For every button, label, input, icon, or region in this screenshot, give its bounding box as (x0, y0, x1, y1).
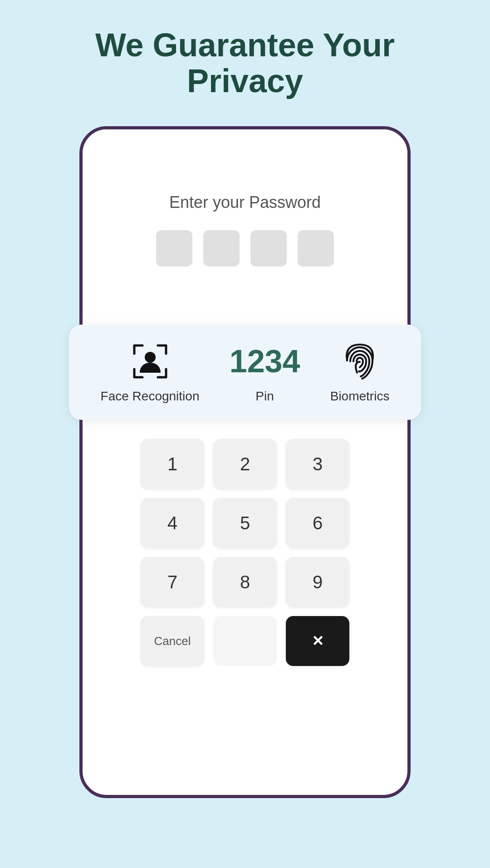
pin-label: Pin (255, 389, 274, 404)
keypad-btn-7[interactable]: 7 (141, 557, 204, 607)
phone-mockup: Enter your Password (79, 126, 411, 798)
face-recognition-icon (130, 341, 171, 382)
keypad-btn-8[interactable]: 8 (213, 557, 277, 607)
keypad-row-1: 1 2 3 (141, 439, 349, 489)
password-dot-1 (156, 230, 192, 266)
svg-point-0 (145, 352, 156, 363)
keypad-row-3: 7 8 9 (141, 557, 349, 607)
keypad-btn-2[interactable]: 2 (213, 439, 277, 489)
biometrics-icon (339, 341, 380, 382)
keypad-btn-1[interactable]: 1 (141, 439, 204, 489)
password-label: Enter your Password (169, 193, 321, 212)
pin-option[interactable]: 1234 Pin (245, 341, 285, 404)
keypad-delete-button[interactable]: ✕ (286, 616, 349, 666)
bottom-spacer (83, 693, 407, 730)
keypad-btn-6[interactable]: 6 (286, 498, 349, 548)
password-dot-2 (203, 230, 240, 266)
password-dots (156, 230, 334, 266)
phone-inner: Enter your Password (83, 129, 407, 730)
pin-icon: 1234 (245, 341, 285, 382)
delete-icon: ✕ (312, 632, 324, 650)
password-dot-4 (298, 230, 334, 266)
password-dot-3 (250, 230, 287, 266)
keypad-row-4: Cancel ✕ (141, 616, 349, 666)
biometrics-label: Biometrics (330, 389, 390, 404)
face-recognition-option[interactable]: Face Recognition (101, 341, 200, 404)
keypad-cancel-button[interactable]: Cancel (141, 616, 204, 666)
keypad-row-2: 4 5 6 (141, 498, 349, 548)
keypad-btn-empty (213, 616, 277, 666)
biometrics-option[interactable]: Biometrics (330, 341, 390, 404)
page-title: We Guarantee Your Privacy (59, 27, 431, 99)
keypad-btn-3[interactable]: 3 (286, 439, 349, 489)
keypad-btn-4[interactable]: 4 (141, 498, 204, 548)
pin-value: 1234 (230, 345, 300, 377)
keypad-btn-9[interactable]: 9 (286, 557, 349, 607)
face-recognition-label: Face Recognition (101, 389, 200, 404)
auth-options-bar: Face Recognition 1234 Pin (83, 325, 407, 420)
keypad-btn-5[interactable]: 5 (213, 498, 277, 548)
password-section: Enter your Password (83, 129, 407, 312)
